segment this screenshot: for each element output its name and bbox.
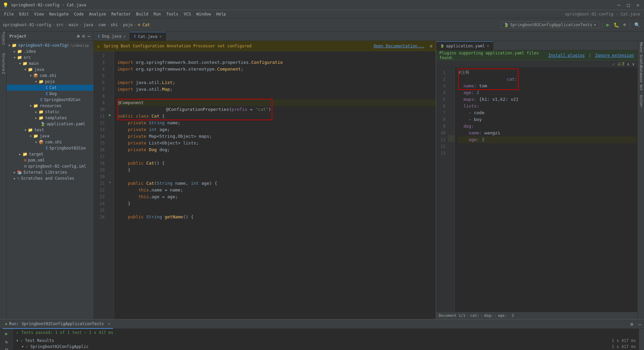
run-with-coverage-button[interactable]: ⊕ — [622, 21, 627, 28]
breadcrumb-project[interactable]: springboot-02-config — [3, 23, 51, 27]
menu-tools[interactable]: Tools — [164, 10, 181, 18]
cat-tab-close[interactable]: ✕ — [159, 34, 162, 39]
tree-item-dog[interactable]: C Dog — [7, 91, 94, 97]
project-panel-tools: ⊕ ⚙ – — [76, 33, 91, 39]
dog-tab-close[interactable]: ✕ — [123, 34, 126, 39]
tree-item-idea[interactable]: ▸ 📁 .idea — [7, 48, 94, 54]
database-icon[interactable]: Database — [638, 69, 644, 79]
run-minimize-icon[interactable]: — — [639, 321, 641, 327]
maximize-button[interactable]: □ — [625, 2, 632, 8]
run-settings-icon[interactable]: ⚙ — [630, 321, 633, 327]
tree-item-resources[interactable]: ▾ 📁 resources — [7, 103, 94, 109]
minimize-button[interactable]: ─ — [615, 2, 622, 8]
tree-item-src[interactable]: ▾ 📁 src — [7, 54, 94, 60]
install-plugins-link[interactable]: Install plugins — [548, 53, 585, 58]
gitter-icon[interactable]: Gitter — [638, 96, 644, 106]
scope-icon[interactable]: ⊕ — [76, 33, 80, 39]
breadcrumb-pojo[interactable]: pojo — [123, 23, 133, 27]
tree-item-static[interactable]: ▸ 📁 static — [7, 109, 94, 115]
gradle-icon[interactable]: Gradle — [638, 56, 644, 66]
yaml-line-7: - code — [458, 110, 637, 116]
java-code-content[interactable]: import org.springframework.boot.context.… — [114, 51, 436, 319]
tree-item-testjava[interactable]: ▾ 📁 java — [7, 133, 94, 139]
settings-icon[interactable]: ⚙ — [82, 33, 86, 39]
toolbar-sep-1 — [602, 21, 602, 28]
tree-item-test[interactable]: ▾ 📁 test — [7, 127, 94, 133]
gutter-14 — [107, 132, 113, 138]
yaml-code-content[interactable]: #注释 cat: name: tom — [455, 68, 637, 312]
menu-window[interactable]: Window — [194, 10, 213, 18]
tree-item-appyaml[interactable]: 🍃 application.yaml — [7, 121, 94, 127]
breadcrumb-shi[interactable]: shi — [111, 23, 118, 27]
tree-item-pojo[interactable]: ▾ 📁 pojo — [7, 79, 94, 85]
run-item-springboot[interactable]: ▾ ✓ Springboot02ConfigApplic 1 s 417 ms — [13, 344, 639, 350]
run-config-selector[interactable]: 🍃 Springboot02ConfigApplicationTests ▾ — [501, 21, 599, 28]
search-button[interactable]: 🔍 — [633, 21, 641, 28]
yaml-nav-down[interactable]: ∨ — [632, 62, 635, 67]
folder-testjava-icon: 📁 — [33, 134, 38, 138]
menu-refactor[interactable]: Refactor — [109, 10, 133, 18]
editor-area: C Dog.java ✕ C Cat.java ✕ ⚠ Spring — [94, 32, 644, 319]
run-scrollbar[interactable] — [639, 329, 644, 350]
tree-item-java[interactable]: ▾ 📁 java — [7, 67, 94, 73]
breadcrumb-com[interactable]: com — [98, 23, 106, 27]
search-everywhere[interactable]: springboot-02-config - Cat.java — [562, 10, 643, 18]
breadcrumb-cat[interactable]: ⊙ Cat — [138, 23, 150, 27]
tree-item-scratches[interactable]: ▸ ✎ Scratches and Consoles — [7, 175, 94, 181]
run-play-btn[interactable]: ▶ — [4, 330, 8, 337]
tree-item-target[interactable]: ▸ 📁 target — [7, 151, 94, 157]
run-rerun-btn[interactable]: ↻ — [4, 338, 8, 345]
tree-item-springboot02con[interactable]: C Springboot02Con — [7, 97, 94, 103]
yaml-tab-close[interactable]: ✕ — [487, 44, 489, 48]
menu-help[interactable]: Help — [214, 10, 229, 18]
run-tab-run[interactable]: ▶ Run: Springboot02ConfigApplicationTest… — [3, 319, 113, 329]
run-button[interactable]: ▶ — [605, 21, 611, 29]
collapse-icon[interactable]: – — [87, 33, 91, 39]
menu-view[interactable]: View — [32, 10, 47, 18]
project-icon[interactable]: Project — [0, 33, 7, 43]
menu-file[interactable]: File — [1, 10, 16, 18]
chevron-right-target: ▸ — [19, 152, 21, 157]
tree-item-iml[interactable]: ⊡ springboot-02-config.iml — [7, 163, 94, 169]
gutter-21[interactable]: ▾ — [107, 179, 113, 185]
gutter-11[interactable]: ▶ — [107, 112, 113, 118]
maven-icon[interactable]: Maven — [638, 42, 644, 52]
tree-item-springboot02app[interactable]: C Springboot02Con — [7, 145, 94, 151]
close-button[interactable]: ✕ — [635, 2, 641, 8]
ant-icon[interactable]: Ant — [638, 83, 644, 93]
tab-dog[interactable]: C Dog.java ✕ — [94, 32, 130, 41]
menu-code[interactable]: Code — [71, 10, 87, 18]
menu-navigate[interactable]: Navigate — [47, 10, 71, 18]
ignore-extension-link[interactable]: Ignore extension — [595, 53, 634, 58]
run-item-results[interactable]: ▾ ✓ Test Results 1 s 417 ms — [13, 338, 639, 344]
tree-item-comshi[interactable]: ▾ 📦 com.shi — [7, 73, 94, 79]
menu-build[interactable]: Build — [133, 10, 151, 18]
tree-item-main[interactable]: ▾ 📁 main — [7, 60, 94, 67]
xml-icon: ⊞ — [24, 158, 26, 163]
breadcrumb-main[interactable]: main — [69, 23, 78, 27]
tree-item-pom[interactable]: ⊞ pom.xml — [7, 157, 94, 163]
menu-edit[interactable]: Edit — [16, 10, 32, 18]
chevron-down-test: ▾ — [24, 128, 26, 132]
menu-vcs[interactable]: VCS — [181, 10, 194, 18]
tree-item-comshi2[interactable]: ▾ 📦 com.shi — [7, 139, 94, 145]
tree-item-templates[interactable]: ▸ 📁 templates — [7, 115, 94, 121]
tree-item-cat[interactable]: C Cat — [7, 85, 94, 91]
tab-yaml[interactable]: 🍃 application.yaml ✕ — [436, 41, 493, 50]
tree-item-extlib[interactable]: ▸ 📚 External Libraries — [7, 169, 94, 175]
yaml-nav-up[interactable]: ∧ — [627, 62, 630, 67]
z-icon[interactable]: Z — [0, 68, 7, 78]
structure-icon[interactable]: Structure — [0, 57, 7, 67]
settings-action-icon[interactable]: ⚙ — [430, 44, 432, 48]
run-stop-btn[interactable]: ⊡ — [4, 346, 8, 350]
tab-cat[interactable]: C Cat.java ✕ — [130, 32, 166, 41]
run-tab-close[interactable]: ✕ — [108, 321, 110, 326]
tree-item-root[interactable]: ▾ 📁 springboot-02-config E:\idea\sp — [7, 42, 94, 48]
breadcrumb-src[interactable]: src — [56, 23, 64, 27]
menu-analyze[interactable]: Analyze — [86, 10, 109, 18]
menu-run[interactable]: Run — [151, 10, 164, 18]
debug-button[interactable]: 🐛 — [612, 21, 621, 28]
breadcrumb-java[interactable]: java — [84, 23, 93, 27]
run-config-chevron[interactable]: ▾ — [594, 23, 596, 27]
open-documentation-link[interactable]: Open Documentation... — [374, 44, 425, 48]
